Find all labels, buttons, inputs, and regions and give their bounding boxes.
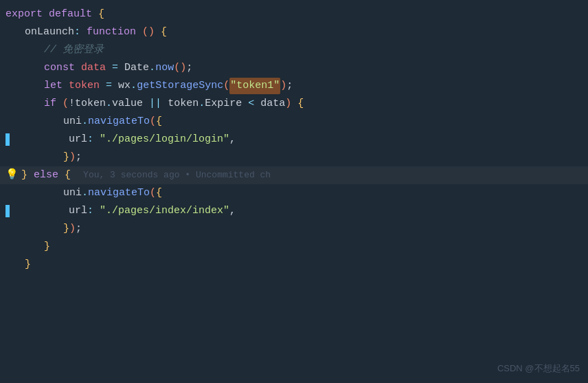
url-prop-2: url (69, 203, 87, 219)
brace-open: { (98, 6, 104, 23)
comment-login: // 免密登录 (44, 42, 104, 58)
string-token1: "token1" (229, 78, 280, 94)
code-line-3: // 免密登录 (0, 41, 588, 59)
lightbulb-icon[interactable]: 💡 (5, 167, 19, 184)
code-line-6: if ( ! token . value || token . Expire <… (0, 95, 588, 113)
date-obj: Date (124, 60, 149, 76)
method-now: now (155, 60, 174, 76)
git-blame: You, 3 seconds ago • Uncommitted ch (83, 168, 271, 183)
method-navigate: navigateTo (88, 113, 150, 130)
method-navigate-2: navigateTo (88, 185, 150, 201)
code-line-4: const data = Date . now () ; (0, 59, 588, 77)
login-url: "./pages/login/login" (100, 131, 229, 148)
var-token: token (69, 78, 100, 94)
code-line-9: } ) ; (0, 149, 588, 166)
code-line-11: uni . navigateTo ( { (0, 184, 588, 202)
watermark: CSDN @不想起名55 (497, 362, 580, 376)
wx-obj: wx (118, 78, 131, 94)
code-line-1: export default { (0, 6, 588, 23)
keyword-const: const (44, 60, 75, 76)
code-line-2: onLaunch : function () { (0, 23, 588, 41)
keyword-if: if (44, 96, 56, 112)
prop-onlaunch: onLaunch (25, 24, 74, 41)
keyword-else: else (34, 167, 58, 184)
url-prop: url (69, 131, 87, 148)
keyword-default: default (49, 6, 92, 23)
code-line-14: } (0, 238, 588, 256)
uni-obj-2: uni (63, 185, 82, 201)
code-line-12: url : "./pages/index/index" , (0, 202, 588, 220)
code-line-15: } (0, 256, 588, 274)
index-url: "./pages/index/index" (100, 203, 229, 219)
keyword-export: export (5, 6, 43, 23)
code-editor: export default { onLaunch : function () … (0, 0, 588, 279)
code-line-5: let token = wx . getStorageSync ( "token… (0, 77, 588, 95)
keyword-let: let (44, 78, 63, 94)
code-line-13: } ) ; (0, 220, 588, 238)
code-line-7: uni . navigateTo ( { (0, 113, 588, 131)
keyword-function: function (87, 24, 136, 41)
method-getstorage: getStorageSync (137, 78, 223, 94)
code-line-8: url : "./pages/login/login" , (0, 131, 588, 149)
var-data: data (81, 60, 106, 76)
uni-obj: uni (63, 113, 82, 130)
code-line-10: 💡 } else { You, 3 seconds ago • Uncommit… (0, 166, 588, 184)
